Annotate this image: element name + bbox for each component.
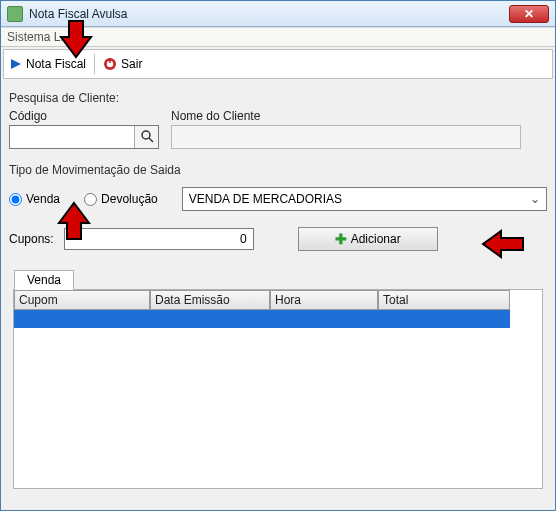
radio-venda-label: Venda xyxy=(26,192,60,206)
toolbar: Nota Fiscal Sair xyxy=(3,49,553,79)
app-icon xyxy=(7,6,23,22)
movimentacao-select-value: VENDA DE MERCADORIAS xyxy=(189,192,342,206)
radio-devolucao-label: Devolução xyxy=(101,192,158,206)
data-grid[interactable]: Cupom Data Emissão Hora Total xyxy=(14,290,542,328)
content-area: Pesquisa de Cliente: Código Nome do Clie… xyxy=(1,81,555,493)
close-icon: ✕ xyxy=(524,7,534,21)
cupons-label: Cupons: xyxy=(9,232,54,246)
cupons-input[interactable] xyxy=(64,228,254,250)
svg-point-4 xyxy=(142,131,150,139)
grid-col-cupom[interactable]: Cupom xyxy=(14,290,150,310)
grid-header-row: Cupom Data Emissão Hora Total xyxy=(14,290,542,310)
table-row[interactable] xyxy=(14,310,510,328)
sair-label: Sair xyxy=(121,57,142,71)
menubar-item-sistema[interactable]: Sistema L... xyxy=(7,30,70,44)
codigo-field: Código xyxy=(9,109,159,149)
sair-button[interactable]: Sair xyxy=(103,57,142,71)
radio-devolucao-input[interactable] xyxy=(84,193,97,206)
tab-venda[interactable]: Venda xyxy=(14,270,74,290)
plus-icon: ✚ xyxy=(335,232,347,246)
adicionar-label: Adicionar xyxy=(351,232,401,246)
svg-marker-0 xyxy=(11,59,21,69)
toolbar-separator xyxy=(94,54,95,74)
radio-venda-input[interactable] xyxy=(9,193,22,206)
power-icon xyxy=(103,57,117,71)
svg-rect-3 xyxy=(109,58,111,63)
nome-field: Nome do Cliente xyxy=(171,109,521,149)
grid-panel: Venda Cupom Data Emissão Hora Total xyxy=(13,289,543,489)
grid-col-hora[interactable]: Hora xyxy=(270,290,378,310)
svg-line-5 xyxy=(149,138,153,142)
grid-col-data[interactable]: Data Emissão xyxy=(150,290,270,310)
nome-input xyxy=(171,125,521,149)
nota-fiscal-button[interactable]: Nota Fiscal xyxy=(10,57,86,71)
titlebar: Nota Fiscal Avulsa ✕ xyxy=(1,1,555,27)
app-window: Nota Fiscal Avulsa ✕ Sistema L... Nota F… xyxy=(0,0,556,511)
play-icon xyxy=(10,58,22,70)
chevron-down-icon: ⌄ xyxy=(530,192,540,206)
nome-label: Nome do Cliente xyxy=(171,109,521,123)
menubar: Sistema L... xyxy=(1,27,555,47)
window-title: Nota Fiscal Avulsa xyxy=(29,7,509,21)
search-icon xyxy=(140,129,154,146)
grid-col-total[interactable]: Total xyxy=(378,290,510,310)
movimentacao-section-label: Tipo de Movimentação de Saida xyxy=(9,163,547,177)
radio-venda[interactable]: Venda xyxy=(9,192,60,206)
close-button[interactable]: ✕ xyxy=(509,5,549,23)
adicionar-button[interactable]: ✚ Adicionar xyxy=(298,227,438,251)
search-button[interactable] xyxy=(134,126,158,148)
nota-fiscal-label: Nota Fiscal xyxy=(26,57,86,71)
pesquisa-section-label: Pesquisa de Cliente: xyxy=(9,91,547,105)
tab-venda-label: Venda xyxy=(27,273,61,287)
movimentacao-select[interactable]: VENDA DE MERCADORIAS ⌄ xyxy=(182,187,547,211)
codigo-label: Código xyxy=(9,109,159,123)
radio-devolucao[interactable]: Devolução xyxy=(84,192,158,206)
